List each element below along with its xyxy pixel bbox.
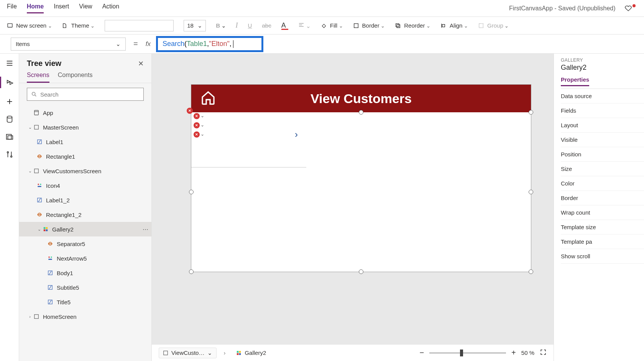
canvas-header: View Customers (191, 85, 531, 112)
zoom-out-button[interactable]: − (419, 348, 424, 357)
fill-button[interactable]: Fill (321, 22, 343, 29)
prop-template-padding[interactable]: Template pa (561, 235, 644, 249)
error-badge-icon[interactable] (194, 113, 200, 119)
prop-size[interactable]: Size (561, 162, 644, 176)
menu-view[interactable]: View (79, 3, 92, 13)
prop-position[interactable]: Position (561, 147, 644, 162)
prop-show-scrollbar[interactable]: Show scroll (561, 249, 644, 264)
tree-node-subtitle5[interactable]: Subtitle5 (19, 280, 151, 295)
zoom-in-button[interactable]: + (511, 348, 516, 357)
breadcrumb-screen[interactable]: ViewCusto…⌄ (159, 348, 217, 358)
gallery-selected[interactable]: › ⌄ ⌄ ⌄ (191, 112, 531, 272)
svg-line-51 (49, 286, 51, 289)
status-bar: ViewCusto…⌄ › Gallery2 − + 50 % (152, 344, 554, 361)
tree-view-icon[interactable] (6, 78, 14, 87)
svg-rect-59 (239, 353, 241, 355)
menu-home[interactable]: Home (27, 3, 44, 13)
fullscreen-icon[interactable] (540, 349, 547, 357)
new-screen-button[interactable]: New screen (7, 22, 52, 29)
tree-search-box[interactable] (27, 88, 144, 101)
svg-line-28 (38, 140, 41, 143)
font-size-select[interactable]: 18⌄ (184, 20, 206, 31)
close-icon[interactable]: ✕ (138, 59, 144, 68)
svg-rect-26 (34, 125, 39, 130)
property-select[interactable]: Items⌄ (11, 38, 126, 51)
error-badge-icon[interactable] (194, 122, 200, 128)
formula-input[interactable]: Search(Table1, "Elton", (156, 36, 263, 52)
svg-rect-47 (48, 259, 52, 260)
tab-components[interactable]: Components (58, 72, 93, 83)
reorder-button[interactable]: Reorder (395, 22, 430, 29)
svg-point-43 (49, 242, 52, 245)
tree-node-masterscreen[interactable]: ⌄MasterScreen (19, 120, 151, 135)
app-checker-icon[interactable] (624, 3, 637, 13)
tree-node-homescreen[interactable]: ›HomeScreen (19, 309, 151, 324)
strikethrough-button[interactable]: abc (262, 22, 271, 29)
svg-point-22 (32, 92, 35, 95)
search-input[interactable] (40, 91, 140, 98)
svg-rect-44 (48, 243, 52, 244)
data-icon[interactable] (5, 115, 14, 123)
prop-fields[interactable]: Fields (561, 103, 644, 118)
main-area: Tree view ✕ Screens Components App ⌄Mast… (0, 54, 644, 361)
prop-color[interactable]: Color (561, 176, 644, 191)
gallery-template-item[interactable]: › (191, 112, 306, 167)
next-arrow-icon[interactable]: › (295, 129, 298, 140)
svg-rect-57 (239, 351, 241, 353)
hamburger-icon[interactable] (5, 59, 14, 67)
text-align-button[interactable]: ⌄ (298, 22, 311, 30)
tree-node-label1[interactable]: Label1 (19, 135, 151, 149)
tree-node-rectangle1-2[interactable]: Rectangle1_2 (19, 207, 151, 222)
selection-name: Gallery2 (561, 64, 644, 72)
underline-button[interactable]: U (248, 22, 252, 29)
prop-wrap-count[interactable]: Wrap count (561, 205, 644, 220)
add-icon[interactable] (5, 97, 14, 106)
border-button[interactable]: Border (353, 22, 385, 29)
menu-action[interactable]: Action (102, 3, 119, 13)
chevron-down-icon[interactable]: ⌄ (200, 122, 204, 128)
chevron-down-icon[interactable]: ⌄ (200, 113, 204, 118)
prop-template-size[interactable]: Template size (561, 220, 644, 235)
svg-point-18 (7, 152, 8, 153)
prop-border[interactable]: Border (561, 191, 644, 205)
error-badge-icon[interactable] (187, 108, 193, 114)
tree-node-icon4[interactable]: Icon4 (19, 178, 151, 193)
home-icon[interactable] (200, 90, 216, 107)
canvas-area: View Customers › ⌄ ⌄ ⌄ (152, 54, 554, 361)
zoom-slider[interactable] (429, 352, 506, 354)
svg-point-46 (51, 256, 52, 258)
more-icon[interactable]: ⋯ (143, 226, 148, 233)
error-badge-icon[interactable] (194, 131, 200, 138)
tree-node-viewcustomers[interactable]: ⌄ViewCustomersScreen (19, 164, 151, 178)
font-family-select[interactable] (105, 20, 174, 31)
svg-line-49 (49, 271, 51, 274)
menu-insert[interactable]: Insert (54, 3, 69, 13)
bold-button[interactable]: B (216, 22, 225, 29)
breadcrumb-element[interactable]: Gallery2 (232, 348, 270, 358)
tree-list: App ⌄MasterScreen Label1 Rectangle1 ⌄Vie… (19, 105, 151, 361)
tab-properties[interactable]: Properties (561, 76, 589, 86)
prop-layout[interactable]: Layout (561, 118, 644, 133)
chevron-down-icon[interactable]: ⌄ (200, 131, 204, 137)
media-icon[interactable] (5, 133, 14, 141)
tree-node-rectangle1[interactable]: Rectangle1 (19, 149, 151, 164)
tree-node-app[interactable]: App (19, 105, 151, 120)
tree-node-title5[interactable]: Title5 (19, 295, 151, 309)
prop-visible[interactable]: Visible (561, 133, 644, 147)
advanced-tools-icon[interactable] (5, 150, 14, 159)
menu-file[interactable]: File (7, 3, 17, 13)
tree-node-label1-2[interactable]: Label1_2 (19, 193, 151, 207)
tree-node-separator5[interactable]: Separator5 (19, 236, 151, 251)
fx-button[interactable]: fx (146, 40, 151, 48)
tree-node-gallery2[interactable]: ⌄Gallery2⋯ (19, 222, 151, 236)
italic-button[interactable]: I (236, 21, 238, 30)
tab-screens[interactable]: Screens (27, 72, 49, 83)
font-color-button[interactable]: A (281, 21, 288, 30)
prop-datasource[interactable]: Data source (561, 89, 644, 103)
tree-node-body1[interactable]: Body1 (19, 266, 151, 280)
app-canvas[interactable]: View Customers › ⌄ ⌄ ⌄ (191, 84, 531, 272)
align-button[interactable]: Align (440, 22, 468, 29)
tree-node-nextarrow5[interactable]: NextArrow5 (19, 251, 151, 266)
group-button[interactable]: Group (478, 22, 509, 29)
theme-button[interactable]: Theme (62, 22, 95, 29)
